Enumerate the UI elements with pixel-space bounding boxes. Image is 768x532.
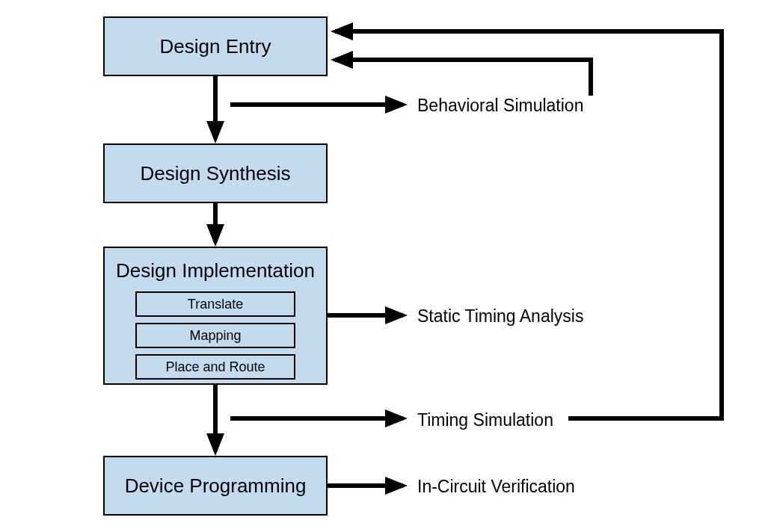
box-design-synthesis-label: Design Synthesis [141,162,291,185]
label-static-timing: Static Timing Analysis [417,306,583,327]
label-timing-simulation: Timing Simulation [417,410,553,430]
arrow-feedback-long [335,31,722,418]
subbox-translate-label: Translate [188,297,243,312]
subbox-mapping-label: Mapping [189,328,241,344]
box-device-programming: Device Programming [103,456,328,516]
subbox-place-route-label: Place and Route [165,359,265,375]
arrow-feedback-short [335,60,591,96]
box-design-synthesis: Design Synthesis [103,143,328,203]
box-device-programming-label: Device Programming [125,474,307,498]
box-design-implementation-label: Design Implementation [105,259,326,282]
label-in-circuit: In-Circuit Verification [417,477,575,497]
box-design-entry-label: Design Entry [160,35,271,58]
subbox-translate: Translate [135,291,295,317]
box-design-entry: Design Entry [103,16,328,76]
diagram-canvas: Design Entry Design Synthesis Design Imp… [0,0,768,532]
subbox-mapping: Mapping [135,323,295,348]
label-behavioral-simulation: Behavioral Simulation [417,96,583,116]
implementation-steps: Translate Mapping Place and Route [105,291,326,380]
box-design-implementation: Design Implementation Translate Mapping … [103,247,328,385]
subbox-place-route: Place and Route [135,354,295,380]
